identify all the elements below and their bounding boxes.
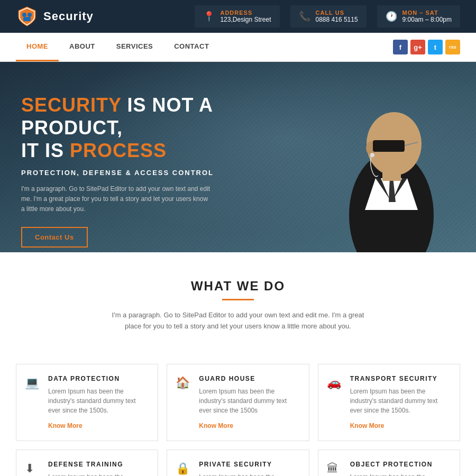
svg-point-0: [22, 13, 26, 17]
section-description: I'm a paragraph. Go to SitePad Editor to…: [106, 310, 370, 332]
location-icon: 📍: [203, 11, 215, 22]
service-text: Lorem Ipsum has been the industry's stan…: [350, 387, 449, 415]
service-icon: 🚗: [327, 376, 341, 390]
service-title: DATA PROTECTION: [48, 375, 147, 382]
service-text: Lorem Ipsum has been the industry's stan…: [199, 387, 298, 415]
hero-content: SECURITY IS NOT A PRODUCT, IT IS PROCESS…: [21, 94, 275, 248]
know-more-link[interactable]: Know More: [48, 422, 83, 429]
service-icon: 🔒: [176, 462, 190, 475]
person-svg: [254, 62, 476, 252]
service-title: TRANSPORT SECURITY: [350, 375, 449, 382]
service-card: 🚗 TRANSPORT SECURITY Lorem Ipsum has bee…: [318, 364, 460, 441]
service-text: Lorem Ipsum has been the industry's stan…: [48, 387, 147, 415]
hours-label: MON – SAT: [402, 10, 452, 16]
googleplus-button[interactable]: g+: [410, 40, 425, 54]
logo-text: Security: [43, 10, 94, 23]
nav-links: HOME ABOUT SERVICES CONTACT: [16, 33, 393, 61]
rss-button[interactable]: rss: [445, 40, 460, 54]
svg-rect-12: [373, 140, 405, 152]
service-title: GUARD HOUSE: [199, 375, 298, 382]
hours-value: 9:00am – 8:00pm: [402, 16, 452, 23]
what-we-do-section: WHAT WE DO I'm a paragraph. Go to SitePa…: [0, 252, 476, 364]
hero-title-line2: IT IS PROCESS: [21, 139, 275, 162]
nav-bar: HOME ABOUT SERVICES CONTACT f g+ t rss: [0, 33, 476, 62]
phone-icon: 📞: [299, 11, 310, 22]
hero-illustration: [254, 62, 476, 252]
service-title: OBJECT PROTECTION: [350, 461, 449, 468]
hero-orange-word1: SECURITY: [21, 94, 121, 116]
nav-contact[interactable]: CONTACT: [163, 33, 219, 61]
service-icon: ⬇: [25, 462, 34, 475]
hours-block: 🕐 MON – SAT 9:00am – 8:00pm: [377, 5, 460, 28]
hero-paragraph: I'm a paragraph. Go to SitePad Editor to…: [21, 184, 212, 215]
shield-icon: [16, 5, 38, 28]
top-info: 📍 ADDRESS 123,Design Street 📞 CALL US 08…: [195, 5, 460, 28]
twitter-button[interactable]: t: [428, 40, 443, 54]
service-card: 🏠 GUARD HOUSE Lorem Ipsum has been the i…: [167, 364, 309, 441]
hero-title-line1: SECURITY IS NOT A PRODUCT,: [21, 94, 275, 139]
logo: Security: [16, 5, 179, 28]
phone-value: 0888 416 5115: [316, 16, 358, 23]
know-more-link[interactable]: Know More: [350, 422, 385, 429]
service-text: Lorem Ipsum has been the industry's stan…: [350, 472, 449, 476]
service-icon: 🏛: [327, 462, 338, 475]
svg-point-14: [370, 153, 374, 157]
service-card: ⬇ DEFENSE TRAINING Lorem Ipsum has been …: [16, 450, 158, 476]
address-block: 📍 ADDRESS 123,Design Street: [195, 5, 279, 28]
know-more-link[interactable]: Know More: [199, 422, 233, 429]
nav-services[interactable]: SERVICES: [106, 33, 164, 61]
service-icon: 🏠: [176, 376, 190, 390]
phone-block: 📞 CALL US 0888 416 5115: [290, 5, 367, 28]
service-text: Lorem Ipsum has been the industry's stan…: [48, 472, 147, 476]
section-title: WHAT WE DO: [16, 279, 460, 294]
service-card: 🏛 OBJECT PROTECTION Lorem Ipsum has been…: [318, 450, 460, 476]
hero-orange-word2: PROCESS: [70, 140, 167, 161]
service-title: DEFENSE TRAINING: [48, 461, 147, 468]
phone-label: CALL US: [316, 10, 358, 16]
service-title: PRIVATE SECURITY: [199, 461, 298, 468]
service-card: 🔒 PRIVATE SECURITY Lorem Ipsum has been …: [167, 450, 309, 476]
top-bar: Security 📍 ADDRESS 123,Design Street 📞 C…: [0, 0, 476, 33]
social-icons: f g+ t rss: [393, 40, 460, 54]
hero-subtitle: PROTECTION, DEFENSE & ACCESS CONTROL: [21, 169, 275, 177]
svg-rect-2: [23, 17, 31, 21]
clock-icon: 🕐: [386, 11, 397, 22]
service-icon: 💻: [25, 376, 39, 390]
section-divider: [222, 299, 254, 300]
service-text: Lorem Ipsum has been the industry's stan…: [199, 472, 298, 476]
address-label: ADDRESS: [220, 10, 271, 16]
contact-us-button[interactable]: Contact Us: [21, 227, 88, 248]
address-value: 123,Design Street: [220, 16, 271, 23]
service-cards-grid: 💻 DATA PROTECTION Lorem Ipsum has been t…: [0, 364, 476, 476]
nav-home[interactable]: HOME: [16, 33, 59, 61]
svg-point-1: [28, 13, 32, 17]
nav-about[interactable]: ABOUT: [59, 33, 106, 61]
hero-plain-word2: IT IS: [21, 140, 70, 161]
facebook-button[interactable]: f: [393, 40, 408, 54]
service-card: 💻 DATA PROTECTION Lorem Ipsum has been t…: [16, 364, 158, 441]
hero-section: SECURITY IS NOT A PRODUCT, IT IS PROCESS…: [0, 62, 476, 252]
